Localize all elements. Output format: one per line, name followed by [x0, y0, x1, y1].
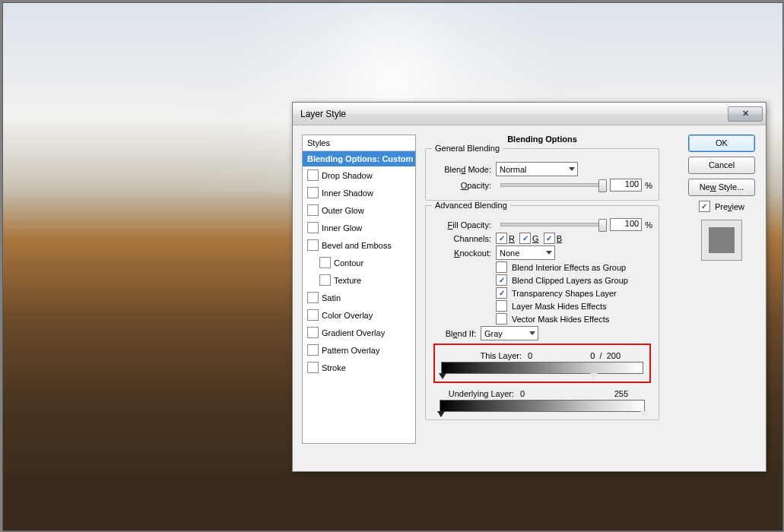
blend-mode-label: Blend Mode:: [432, 165, 496, 174]
blend-mode-select[interactable]: Normal: [496, 162, 578, 176]
titlebar[interactable]: Layer Style ✕: [293, 103, 766, 125]
opacity-slider[interactable]: [500, 183, 605, 187]
preview-inner: [709, 227, 735, 253]
close-button[interactable]: ✕: [728, 106, 763, 122]
black-stop-icon[interactable]: [439, 373, 446, 379]
vector-mask-hides-label: Vector Mask Hides Effects: [512, 315, 609, 324]
styles-panel: Styles Blending Options: Custom Drop Sha…: [302, 135, 416, 444]
ok-button[interactable]: OK: [688, 135, 755, 152]
channel-g-label: G: [532, 234, 539, 243]
general-blending-legend: General Blending: [432, 144, 503, 153]
preview-label: Preview: [715, 202, 744, 211]
style-item-blending-options[interactable]: Blending Options: Custom: [303, 151, 415, 166]
style-item-gradient-overlay[interactable]: Gradient Overlay: [303, 324, 415, 341]
fill-opacity-input[interactable]: 100: [610, 218, 642, 231]
slider-thumb-icon[interactable]: [598, 179, 607, 192]
layer-mask-hides-label: Layer Mask Hides Effects: [512, 302, 607, 311]
style-item-satin[interactable]: Satin: [303, 289, 415, 306]
checkbox-icon[interactable]: [307, 187, 319, 198]
white-stop-icon[interactable]: [590, 373, 598, 379]
checkbox-icon[interactable]: [307, 309, 319, 321]
this-layer-sep: /: [599, 351, 601, 360]
style-item-color-overlay[interactable]: Color Overlay: [303, 306, 415, 324]
checkbox-icon[interactable]: [307, 292, 319, 303]
style-item-contour[interactable]: Contour: [303, 254, 415, 271]
options-column: Blending Options General Blending Blend …: [422, 131, 662, 451]
style-item-bevel-emboss[interactable]: Bevel and Emboss: [303, 236, 415, 254]
this-layer-gradient[interactable]: [441, 362, 643, 374]
checkbox-icon[interactable]: [307, 362, 319, 373]
style-item-texture[interactable]: Texture: [303, 271, 415, 289]
vector-mask-hides-checkbox[interactable]: [496, 313, 507, 325]
knockout-label: Knockout:: [432, 249, 496, 258]
channel-g-checkbox[interactable]: [519, 233, 531, 244]
style-item-inner-glow[interactable]: Inner Glow: [303, 219, 415, 236]
underlying-low: 0: [520, 389, 525, 398]
pct-label: %: [645, 220, 652, 230]
checkbox-icon[interactable]: [307, 204, 319, 216]
blend-clipped-checkbox[interactable]: [496, 274, 507, 286]
slider-thumb-icon[interactable]: [598, 219, 607, 232]
style-item-stroke[interactable]: Stroke: [303, 359, 415, 376]
checkbox-icon[interactable]: [307, 239, 319, 251]
layer-style-dialog: Layer Style ✕ Styles Blending Options: C…: [292, 102, 767, 472]
underlying-high: 255: [614, 389, 628, 398]
channels-label: Channels:: [432, 234, 496, 243]
preview-checkbox[interactable]: [699, 201, 710, 212]
close-icon: ✕: [742, 109, 749, 119]
new-style-button[interactable]: New Style...: [688, 179, 755, 196]
this-layer-label: This Layer:: [441, 351, 528, 360]
advanced-blending-group: Advanced Blending Fill Opacity: 100 % Ch…: [425, 205, 659, 420]
checkbox-icon[interactable]: [307, 169, 319, 181]
knockout-select[interactable]: None: [496, 245, 555, 260]
this-layer-high-a: 0: [590, 351, 595, 360]
style-item-inner-shadow[interactable]: Inner Shadow: [303, 184, 415, 201]
blend-interior-checkbox[interactable]: [496, 261, 507, 273]
transparency-shapes-label: Transparency Shapes Layer: [512, 289, 617, 298]
dialog-title: Layer Style: [300, 109, 728, 119]
this-layer-highlight: This Layer: 0 0 / 200: [433, 344, 651, 383]
general-blending-group: General Blending Blend Mode: Normal Opac…: [425, 148, 659, 201]
channel-r-checkbox[interactable]: [496, 233, 507, 244]
style-item-pattern-overlay[interactable]: Pattern Overlay: [303, 341, 415, 359]
cancel-button[interactable]: Cancel: [688, 157, 755, 174]
this-layer-high-b: 200: [607, 351, 621, 360]
opacity-label: Opacity:: [432, 181, 496, 190]
channel-r-label: R: [509, 234, 515, 243]
preview-swatch: [701, 220, 742, 261]
underlying-layer-label: Underlying Layer:: [433, 389, 520, 398]
checkbox-icon[interactable]: [307, 344, 319, 356]
opacity-input[interactable]: 100: [610, 179, 642, 192]
fill-opacity-label: Fill Opacity:: [432, 220, 496, 230]
blend-clipped-label: Blend Clipped Layers as Group: [512, 276, 628, 285]
styles-header[interactable]: Styles: [303, 135, 415, 151]
channel-b-checkbox[interactable]: [544, 233, 555, 244]
fill-opacity-slider[interactable]: [500, 223, 605, 226]
dialog-buttons: OK Cancel New Style... Preview: [685, 135, 758, 261]
style-item-outer-glow[interactable]: Outer Glow: [303, 201, 415, 219]
checkbox-icon[interactable]: [307, 327, 319, 338]
style-item-drop-shadow[interactable]: Drop Shadow: [303, 166, 415, 184]
blend-if-select[interactable]: Gray: [481, 326, 538, 340]
transparency-shapes-checkbox[interactable]: [496, 287, 507, 299]
black-stop-icon[interactable]: [437, 411, 445, 417]
layer-mask-hides-checkbox[interactable]: [496, 300, 507, 312]
underlying-layer-gradient[interactable]: [440, 400, 645, 412]
channel-b-label: B: [557, 234, 562, 243]
white-stop-icon[interactable]: [640, 411, 648, 417]
checkbox-icon[interactable]: [319, 257, 331, 268]
this-layer-low: 0: [528, 351, 532, 360]
blend-interior-label: Blend Interior Effects as Group: [512, 263, 626, 272]
checkbox-icon[interactable]: [307, 222, 319, 233]
checkbox-icon[interactable]: [319, 274, 331, 286]
advanced-blending-legend: Advanced Blending: [432, 201, 510, 210]
pct-label: %: [645, 181, 652, 190]
blend-if-label: Blend If:: [433, 329, 481, 338]
